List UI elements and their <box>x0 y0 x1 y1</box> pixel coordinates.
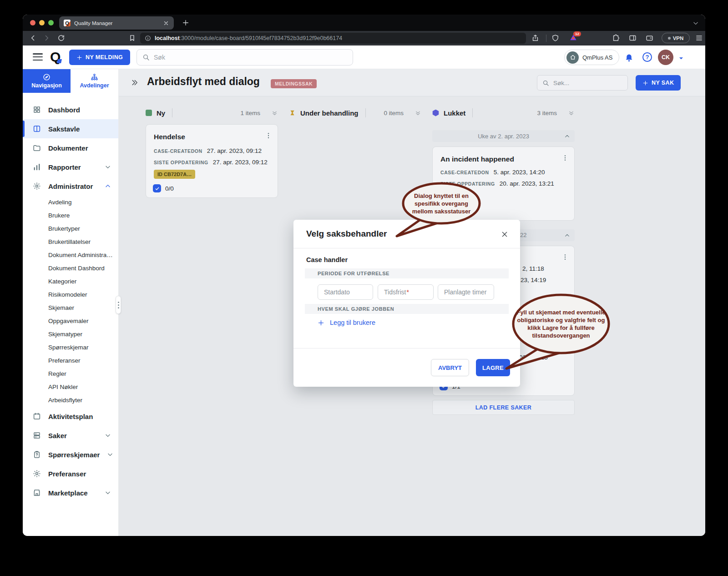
user-avatar[interactable]: CK <box>658 50 673 65</box>
sidebar-item-label: Rapporter <box>48 163 81 171</box>
sidebar-subitem-api-nokler[interactable]: API Nøkler <box>23 380 118 394</box>
tab-list-caret-icon[interactable] <box>693 20 699 26</box>
case-card-hendelse[interactable]: Hendelse CASE-CREATEDON27. apr. 2023, 09… <box>146 124 278 198</box>
sidebar-tab-avdelinger[interactable]: Avdelinger <box>71 69 118 93</box>
collapse-column-icon[interactable] <box>568 110 575 116</box>
add-users-link[interactable]: Legg til brukere <box>318 319 375 326</box>
share-icon[interactable] <box>531 34 539 42</box>
vpn-dot <box>668 37 671 40</box>
global-search[interactable] <box>136 49 353 66</box>
sidebar-subitem-brukertillatelser[interactable]: Brukertillatelser <box>23 235 118 248</box>
sidebar-tab-navigasjon[interactable]: Navigasjon <box>23 69 71 93</box>
traffic-light-zoom[interactable] <box>48 20 54 25</box>
sidebar-item-marketplace[interactable]: Marketplace <box>23 483 118 502</box>
new-case-button[interactable]: NY SAK <box>636 75 681 91</box>
tab-close-icon[interactable] <box>163 20 169 26</box>
url-bar[interactable]: localhost:3000/module/case-board/5910f45… <box>140 33 526 44</box>
traffic-light-close[interactable] <box>30 20 35 25</box>
sidebar-item-administrator[interactable]: Administrator <box>23 177 118 196</box>
sidebar-subitem-risikomodeler[interactable]: Risikomodeler <box>23 288 118 301</box>
planlagte-timer-field[interactable]: Planlagte timer <box>438 284 494 300</box>
board-search[interactable] <box>537 75 628 91</box>
gears-icon <box>33 182 41 190</box>
wallet-icon[interactable] <box>646 34 653 42</box>
sidebar-subitem-sporreskjemar[interactable]: Spørreskjemar <box>23 341 118 354</box>
expand-sidebar-icon[interactable] <box>131 79 138 86</box>
bookmark-icon[interactable] <box>128 34 136 42</box>
sidebar-item-aktivitetsplan[interactable]: Aktivitetsplan <box>23 407 118 426</box>
extensions-icon[interactable] <box>612 34 620 42</box>
sidebar-subitem-brukertyper[interactable]: Brukertyper <box>23 222 118 235</box>
case-card-incident[interactable]: An incident happened CASE-CREATEDON5. ap… <box>432 147 575 221</box>
sidebar-toggle-icon[interactable] <box>629 34 637 42</box>
load-more-button[interactable]: LAD FLERE SAKER <box>432 400 575 415</box>
column-ny: Ny 1 items Hendelse CASE-CREATEDON27. ap… <box>146 107 278 198</box>
new-message-button[interactable]: NY MELDING <box>69 50 130 65</box>
bar-chart-icon <box>33 163 41 171</box>
card-menu-icon[interactable] <box>561 253 569 261</box>
sidebar-subitem-skjematyper[interactable]: Skjematyper <box>23 328 118 341</box>
sidebar-item-sporreskjemaer[interactable]: Spørreskjemaer <box>23 445 118 464</box>
back-icon[interactable] <box>29 34 37 42</box>
divider <box>293 248 520 248</box>
column-name: Under behandling <box>300 109 359 117</box>
sidebar-item-saker[interactable]: Saker <box>23 426 118 445</box>
sidebar-subitem-regler[interactable]: Regler <box>23 367 118 380</box>
vpn-button[interactable]: VPN <box>662 33 690 43</box>
card-title: Hendelse <box>154 133 185 141</box>
card-menu-icon[interactable] <box>265 132 272 139</box>
browser-tab[interactable]: Q Quality Manager <box>59 16 174 30</box>
user-menu-caret-icon[interactable] <box>678 55 684 61</box>
created-value: 27. apr. 2023, 09:12 <box>207 147 262 154</box>
notifications-bell-icon[interactable] <box>624 52 634 62</box>
checkbox-icon[interactable] <box>153 184 161 192</box>
group-header-week[interactable]: Uke av 2. apr. 2023 <box>432 130 575 142</box>
org-switcher[interactable]: QmPlus AS <box>564 50 619 65</box>
save-button[interactable]: LAGRE <box>476 359 510 376</box>
sidebar-subitem-skjemaer[interactable]: Skjemaer <box>23 301 118 314</box>
sidebar-subitem-dokument-dashbord[interactable]: Dokument Dashbord <box>23 262 118 275</box>
sidebar-item-dashbord[interactable]: Dashbord <box>23 100 118 119</box>
reload-icon[interactable] <box>57 34 65 42</box>
help-icon[interactable]: ? <box>642 52 652 62</box>
sidebar-subitem-brukere[interactable]: Brukere <box>23 209 118 222</box>
updated-label: SISTE OPPDATERING <box>440 181 495 187</box>
sidebar-subitem-avdeling[interactable]: Avdeling <box>23 196 118 209</box>
divider <box>293 348 520 349</box>
org-name: QmPlus AS <box>582 54 612 61</box>
sidebar-item-rapporter[interactable]: Rapporter <box>23 157 118 177</box>
startdato-field[interactable]: Startdato <box>318 284 373 300</box>
sidebar-item-sakstavle[interactable]: Sakstavle <box>23 119 118 138</box>
app-logo[interactable]: Q <box>50 49 61 65</box>
plus-icon <box>76 55 82 61</box>
search-icon <box>142 54 150 61</box>
chevron-up-icon <box>564 232 570 238</box>
sidebar-subitem-preferanser-admin[interactable]: Preferanser <box>23 354 118 367</box>
sidebar-subitem-arbeidsflyter[interactable]: Arbeidsflyter <box>23 394 118 407</box>
shield-icon[interactable] <box>551 34 559 42</box>
sidebar-item-preferanser[interactable]: Preferanser <box>23 464 118 483</box>
forward-icon[interactable] <box>43 34 51 42</box>
traffic-light-minimize[interactable] <box>39 20 45 25</box>
column-under-behandling: Under behandling 0 items <box>289 107 421 119</box>
tidsfrist-field[interactable]: Tidsfrist* <box>378 284 434 300</box>
new-tab-icon[interactable] <box>182 19 189 26</box>
browser-menu-icon[interactable] <box>695 34 703 42</box>
collapse-column-icon[interactable] <box>271 110 278 116</box>
app-menu-icon[interactable] <box>33 53 43 61</box>
card-menu-icon[interactable] <box>561 154 569 162</box>
rewards-icon[interactable]: 12 <box>569 34 578 42</box>
sidebar-item-label: Aktivitetsplan <box>48 413 93 420</box>
board-search-input[interactable] <box>553 80 622 86</box>
sidebar-subitem-oppgavemaler[interactable]: Oppgavemaler <box>23 314 118 328</box>
collapse-column-icon[interactable] <box>415 110 421 116</box>
sidebar-subitem-dokument-administrasjon[interactable]: Dokument Administra… <box>23 248 118 262</box>
cancel-button[interactable]: AVBRYT <box>431 359 469 376</box>
global-search-input[interactable] <box>154 54 347 61</box>
close-icon[interactable] <box>501 231 508 238</box>
sidebar-item-dokumenter[interactable]: Dokumenter <box>23 138 118 157</box>
site-info-icon[interactable] <box>145 35 151 41</box>
sidebar-subitem-kategorier[interactable]: Kategorier <box>23 275 118 288</box>
select-case-handler-modal: Velg saksbehandler Case handler PERIODE … <box>293 220 520 387</box>
sidebar-resize-handle[interactable] <box>116 296 121 314</box>
